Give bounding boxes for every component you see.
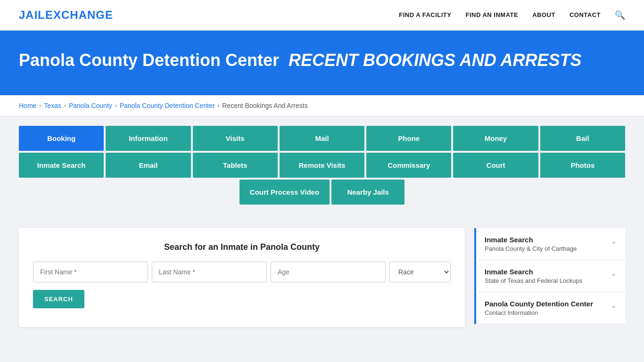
- tab-commissary[interactable]: Commissary: [366, 153, 451, 178]
- main-content: Search for an Inmate in Panola County Ra…: [0, 214, 644, 341]
- tab-nearby-jails[interactable]: Nearby Jails: [331, 180, 405, 205]
- logo-part2: EXCHANGE: [45, 8, 113, 21]
- breadcrumb-sep-1: ›: [39, 102, 41, 109]
- sidebar-item-sub-1: Panola County & City of Carthage: [485, 245, 577, 252]
- right-sidebar: Inmate Search Panola County & City of Ca…: [474, 228, 625, 324]
- search-inputs-row: Race White Black Hispanic Asian Other: [33, 262, 451, 282]
- sidebar-item-text-2: Inmate Search State of Texas and Federal…: [485, 268, 582, 284]
- tab-remote-visits[interactable]: Remote Visits: [280, 153, 364, 178]
- breadcrumb-detention-center[interactable]: Panola County Detention Center: [120, 102, 215, 109]
- tabs-row-3: Court Process Video Nearby Jails: [19, 180, 625, 205]
- breadcrumb: Home › Texas › Panola County › Panola Co…: [0, 95, 644, 116]
- tab-money[interactable]: Money: [453, 126, 538, 151]
- search-icon-button[interactable]: 🔍: [615, 10, 625, 20]
- tab-court-process-video[interactable]: Court Process Video: [239, 180, 330, 205]
- logo-part1: JAIL: [19, 8, 45, 21]
- tabs-row-2: Inmate Search Email Tablets Remote Visit…: [19, 153, 625, 178]
- breadcrumb-sep-2: ›: [64, 102, 66, 109]
- race-select[interactable]: Race White Black Hispanic Asian Other: [389, 262, 451, 282]
- search-button[interactable]: SEARCH: [33, 290, 84, 308]
- tab-tablets[interactable]: Tablets: [193, 153, 278, 178]
- tabs-row-1: Booking Information Visits Mail Phone Mo…: [19, 126, 625, 151]
- tab-mail[interactable]: Mail: [280, 126, 364, 151]
- search-card: Search for an Inmate in Panola County Ra…: [19, 228, 465, 327]
- breadcrumb-sep-3: ›: [115, 102, 117, 109]
- nav-find-inmate[interactable]: FIND AN INMATE: [465, 11, 518, 18]
- left-column: Search for an Inmate in Panola County Ra…: [19, 228, 465, 327]
- breadcrumb-current: Recent Bookings And Arrests: [222, 102, 307, 109]
- sidebar-item-title-1: Inmate Search: [485, 236, 577, 244]
- breadcrumb-sep-4: ›: [217, 102, 219, 109]
- hero-section: Panola County Detention Center RECENT BO…: [0, 31, 644, 95]
- age-input[interactable]: [271, 262, 386, 282]
- chevron-down-icon-1: ⌄: [611, 237, 617, 246]
- sidebar-item-sub-2: State of Texas and Federal Lockups: [485, 277, 582, 284]
- header: JAILEXCHANGE FIND A FACILITY FIND AN INM…: [0, 0, 644, 31]
- sidebar-item-contact[interactable]: Panola County Detention Center Contact I…: [474, 292, 625, 324]
- nav-contact[interactable]: CONTACT: [570, 11, 601, 18]
- hero-title: Panola County Detention Center RECENT BO…: [19, 49, 625, 72]
- tab-information[interactable]: Information: [106, 126, 190, 151]
- first-name-input[interactable]: [33, 262, 148, 282]
- logo[interactable]: JAILEXCHANGE: [19, 8, 113, 22]
- breadcrumb-home[interactable]: Home: [19, 102, 36, 109]
- nav-about[interactable]: ABOUT: [532, 11, 555, 18]
- tab-court[interactable]: Court: [453, 153, 538, 178]
- tab-phone[interactable]: Phone: [366, 126, 451, 151]
- tab-photos[interactable]: Photos: [540, 153, 625, 178]
- sidebar-item-title-3: Panola County Detention Center: [485, 300, 593, 308]
- sidebar-item-panola-city[interactable]: Inmate Search Panola County & City of Ca…: [474, 228, 625, 260]
- sidebar-item-text-1: Inmate Search Panola County & City of Ca…: [485, 236, 577, 252]
- main-nav: FIND A FACILITY FIND AN INMATE ABOUT CON…: [399, 10, 625, 20]
- sidebar-item-texas-federal[interactable]: Inmate Search State of Texas and Federal…: [474, 260, 625, 292]
- hero-title-italic: RECENT BOOKINGS AND ARRESTS: [289, 50, 581, 70]
- chevron-down-icon-2: ⌄: [611, 269, 617, 278]
- breadcrumb-panola-county[interactable]: Panola County: [69, 102, 112, 109]
- last-name-input[interactable]: [152, 262, 267, 282]
- sidebar-item-title-2: Inmate Search: [485, 268, 582, 276]
- nav-find-facility[interactable]: FIND A FACILITY: [399, 11, 451, 18]
- tab-visits[interactable]: Visits: [193, 126, 278, 151]
- breadcrumb-texas[interactable]: Texas: [44, 102, 61, 109]
- tabs-section: Booking Information Visits Mail Phone Mo…: [0, 116, 644, 214]
- tab-inmate-search[interactable]: Inmate Search: [19, 153, 104, 178]
- sidebar-item-sub-3: Contact Information: [485, 309, 593, 316]
- sidebar-item-text-3: Panola County Detention Center Contact I…: [485, 300, 593, 316]
- tab-booking[interactable]: Booking: [19, 126, 104, 151]
- hero-title-main: Panola County Detention Center: [19, 50, 279, 70]
- tab-bail[interactable]: Bail: [540, 126, 625, 151]
- tab-email[interactable]: Email: [106, 153, 190, 178]
- search-title: Search for an Inmate in Panola County: [33, 242, 451, 252]
- chevron-down-icon-3: ⌄: [611, 301, 617, 310]
